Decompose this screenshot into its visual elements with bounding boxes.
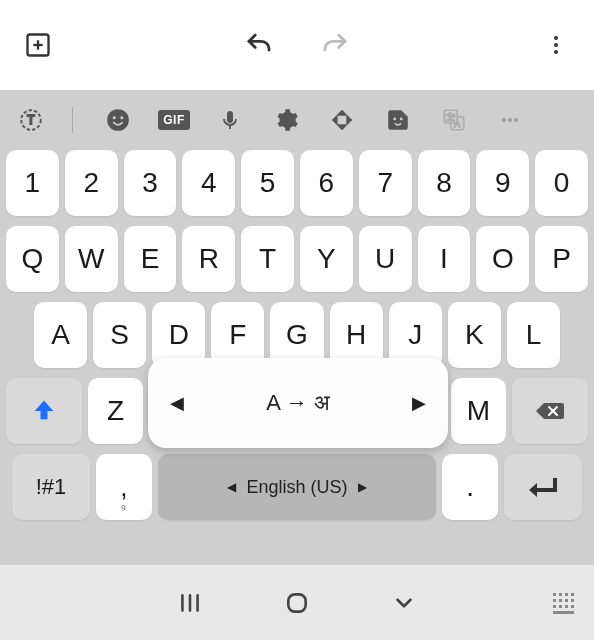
keyboard-toolbar: T GIF 文A (0, 94, 594, 146)
key-sublabel: ᵍ (96, 502, 152, 516)
key-u[interactable]: U (359, 226, 412, 292)
key-label: 9 (495, 167, 511, 199)
key-4[interactable]: 4 (182, 150, 235, 216)
key-s[interactable]: S (93, 302, 146, 368)
add-box-icon[interactable] (18, 25, 58, 65)
popup-next-icon[interactable]: ▶ (412, 392, 426, 414)
svg-point-3 (554, 36, 558, 40)
key-w[interactable]: W (65, 226, 118, 292)
key-label: D (169, 319, 189, 351)
text-transform-icon[interactable]: T (16, 105, 46, 135)
key-1[interactable]: 1 (6, 150, 59, 216)
comma-key[interactable]: , ᵍ (96, 454, 152, 520)
key-k[interactable]: K (448, 302, 501, 368)
key-label: O (492, 243, 514, 275)
key-label: . (466, 471, 474, 503)
key-a[interactable]: A (34, 302, 87, 368)
key-p[interactable]: P (535, 226, 588, 292)
shift-key[interactable] (6, 378, 82, 444)
separator (72, 107, 73, 133)
key-label: 8 (436, 167, 452, 199)
more-horiz-icon[interactable] (495, 105, 525, 135)
key-o[interactable]: O (476, 226, 529, 292)
resize-icon[interactable] (327, 105, 357, 135)
backspace-key[interactable] (512, 378, 588, 444)
key-label: L (526, 319, 542, 351)
gif-icon[interactable]: GIF (159, 105, 189, 135)
emoji-icon[interactable] (103, 105, 133, 135)
backspace-icon (534, 399, 566, 423)
key-label: A (51, 319, 70, 351)
key-label: I (440, 243, 448, 275)
more-vert-icon[interactable] (536, 25, 576, 65)
key-0[interactable]: 0 (535, 150, 588, 216)
key-row-bottom: !#1 , ᵍ ◀ English (US) ▶ . (6, 454, 588, 520)
period-key[interactable]: . (442, 454, 498, 520)
home-icon[interactable] (284, 590, 310, 616)
key-i[interactable]: I (418, 226, 471, 292)
popup-label: A → अ (266, 390, 330, 416)
undo-icon[interactable] (239, 25, 279, 65)
space-key[interactable]: ◀ English (US) ▶ (158, 454, 437, 520)
key-q[interactable]: Q (6, 226, 59, 292)
system-navbar (0, 565, 594, 640)
key-6[interactable]: 6 (300, 150, 353, 216)
enter-key[interactable] (504, 454, 582, 520)
key-label: !#1 (36, 474, 67, 500)
key-label: U (375, 243, 395, 275)
key-label: H (346, 319, 366, 351)
popup-prev-icon[interactable]: ◀ (170, 392, 184, 414)
translate-icon[interactable]: 文A (439, 105, 469, 135)
key-label: S (110, 319, 129, 351)
svg-text:T: T (27, 113, 34, 127)
key-label: Z (107, 395, 124, 427)
redo-icon[interactable] (315, 25, 355, 65)
shift-icon (30, 397, 58, 425)
svg-point-14 (400, 118, 403, 121)
key-label: 6 (319, 167, 335, 199)
space-label: English (US) (246, 477, 347, 498)
key-9[interactable]: 9 (476, 150, 529, 216)
svg-text:A: A (454, 119, 460, 129)
key-z[interactable]: Z (88, 378, 142, 444)
key-row-1: 1 2 3 4 5 6 7 8 9 0 (6, 150, 588, 216)
key-label: M (467, 395, 490, 427)
svg-rect-25 (288, 594, 305, 611)
key-label: 0 (554, 167, 570, 199)
key-label: G (286, 319, 308, 351)
key-y[interactable]: Y (300, 226, 353, 292)
key-5[interactable]: 5 (241, 150, 294, 216)
key-l[interactable]: L (507, 302, 560, 368)
symbols-key[interactable]: !#1 (12, 454, 90, 520)
svg-point-8 (107, 109, 129, 131)
key-label: 7 (377, 167, 393, 199)
key-7[interactable]: 7 (359, 150, 412, 216)
triangle-left-icon: ◀ (227, 480, 236, 494)
key-2[interactable]: 2 (65, 150, 118, 216)
enter-icon (527, 474, 559, 500)
recents-icon[interactable] (177, 590, 203, 616)
key-label: 4 (201, 167, 217, 199)
key-3[interactable]: 3 (124, 150, 177, 216)
key-grid: 1 2 3 4 5 6 7 8 9 0 Q W E R T Y U I O P … (0, 146, 594, 520)
key-8[interactable]: 8 (418, 150, 471, 216)
key-label: F (229, 319, 246, 351)
key-row-2: Q W E R T Y U I O P (6, 226, 588, 292)
sticker-icon[interactable] (383, 105, 413, 135)
mic-icon[interactable] (215, 105, 245, 135)
key-label: Y (317, 243, 336, 275)
ime-switcher-icon[interactable] (553, 593, 574, 614)
key-label: E (141, 243, 160, 275)
back-icon[interactable] (391, 590, 417, 616)
key-e[interactable]: E (124, 226, 177, 292)
key-t[interactable]: T (241, 226, 294, 292)
key-m[interactable]: M (451, 378, 505, 444)
key-label: , (120, 472, 127, 503)
key-r[interactable]: R (182, 226, 235, 292)
svg-point-9 (113, 116, 116, 119)
svg-point-10 (120, 116, 123, 119)
svg-point-4 (554, 43, 558, 47)
language-switch-popup[interactable]: ◀ A → अ ▶ (148, 358, 448, 448)
svg-point-20 (508, 118, 512, 122)
settings-icon[interactable] (271, 105, 301, 135)
